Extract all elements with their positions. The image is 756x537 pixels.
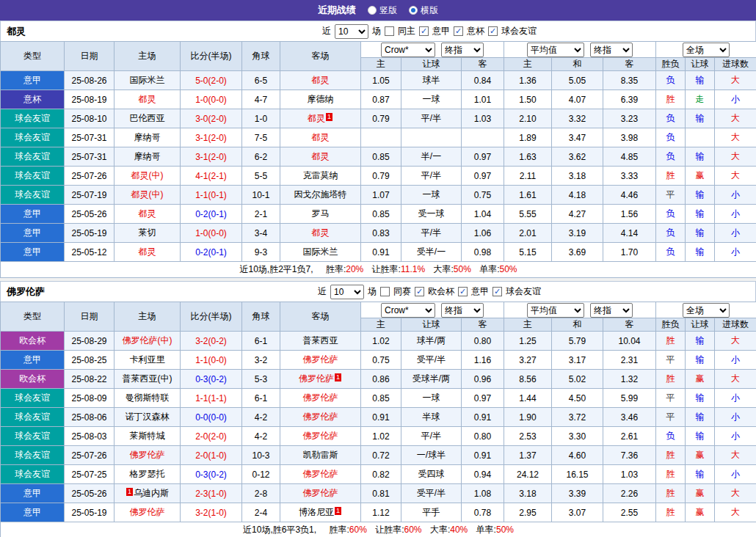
team-name-link[interactable]: 国际米兰: [303, 246, 338, 257]
result-goals: 小: [715, 224, 756, 243]
average-source-select[interactable]: 平均值: [527, 43, 584, 57]
league-checkbox-2[interactable]: [493, 287, 502, 296]
layout-radio-horizontal[interactable]: 横版: [409, 4, 438, 17]
recent-count-select[interactable]: 10: [330, 285, 364, 299]
crow-home-odds: 0.82: [361, 465, 401, 484]
team-name-link[interactable]: 摩德纳: [308, 94, 334, 104]
team-name-link[interactable]: 乌迪内斯: [134, 488, 169, 498]
avg-away-odds: 1.03: [603, 465, 656, 484]
full-match-select[interactable]: 全场: [683, 303, 730, 318]
team-name-link[interactable]: 佛罗伦萨: [303, 469, 338, 479]
odds-source-select[interactable]: Crow*: [381, 303, 435, 318]
full-match-select[interactable]: 全场: [683, 43, 730, 57]
crow-away-odds: 0.98: [462, 243, 504, 262]
team-name-link[interactable]: 都灵: [308, 113, 325, 123]
layout-radio-vertical[interactable]: 竖版: [368, 4, 397, 17]
team-name-link[interactable]: 摩纳哥: [134, 151, 161, 161]
team-name-link[interactable]: 博洛尼亚: [299, 507, 334, 517]
subcol-crow-home: 主: [361, 58, 401, 71]
team-name-link[interactable]: 都灵: [139, 246, 156, 257]
same-competition-checkbox[interactable]: [380, 287, 390, 296]
team-name-link[interactable]: 佛罗伦萨(中): [123, 335, 172, 346]
team-name-link[interactable]: 佛罗伦萨: [299, 373, 334, 384]
page-title: 近期战绩: [318, 4, 356, 17]
team-name-link[interactable]: 普莱西亚: [303, 335, 338, 346]
avg-draw-odds: 5.02: [552, 370, 603, 389]
team-name-link[interactable]: 佛罗伦萨: [130, 507, 165, 517]
team-name-link[interactable]: 佛罗伦萨: [303, 354, 338, 365]
team-name-link[interactable]: 莱斯特城: [130, 431, 165, 441]
team-name-link[interactable]: 巴伦西亚: [130, 113, 165, 123]
team-name-link[interactable]: 普莱西亚(中): [123, 373, 172, 384]
match-date: 25-08-03: [65, 427, 115, 446]
away-team: 都灵: [280, 128, 361, 147]
average-time-select[interactable]: 终指: [590, 303, 633, 318]
team-name-link[interactable]: 格罗瑟托: [130, 469, 165, 479]
result-handicap: 输: [686, 332, 715, 351]
league-checkbox-1[interactable]: [458, 287, 468, 296]
team-name-link[interactable]: 都灵(中): [131, 189, 164, 200]
team-name-link[interactable]: 佛罗伦萨: [303, 488, 338, 498]
avg-home-odds: 1.90: [504, 408, 552, 427]
col-header-type: 类型: [1, 42, 65, 71]
team-name-link[interactable]: 都灵: [139, 94, 156, 104]
team-name-link[interactable]: 曼彻斯特联: [126, 392, 170, 403]
crow-handicap-line: 平手: [401, 503, 462, 522]
crow-home-odds: 0.85: [361, 389, 401, 408]
league-checkbox-1[interactable]: [454, 26, 463, 36]
team-name-link[interactable]: 都灵: [312, 227, 330, 238]
team-name-link[interactable]: 凯勒雷斯: [303, 450, 338, 460]
same-home-checkbox[interactable]: [385, 26, 394, 36]
team-name-link[interactable]: 都灵: [312, 151, 330, 161]
league-checkbox-0[interactable]: [415, 287, 424, 296]
crow-home-odds: 0.91: [361, 408, 401, 427]
result-goals: 大: [715, 503, 756, 522]
team-name-link[interactable]: 都灵: [139, 208, 156, 219]
odds-source-select[interactable]: Crow*: [381, 43, 435, 57]
home-team: 都灵: [115, 243, 181, 262]
away-team: 佛罗伦萨: [280, 351, 361, 370]
team-name-link[interactable]: 佛罗伦萨: [303, 392, 338, 403]
league-checkbox-label: 意杯: [467, 25, 484, 37]
result-win-loss: 胜: [656, 484, 686, 503]
team-name-link[interactable]: 因戈尔施塔特: [294, 189, 347, 200]
team-name-link[interactable]: 卡利亚里: [130, 354, 165, 365]
odds-time-select[interactable]: 终指: [441, 43, 484, 57]
team-name-link[interactable]: 国际米兰: [130, 75, 165, 85]
team-name-link[interactable]: 罗马: [312, 208, 330, 219]
league-checkbox-0[interactable]: [419, 26, 429, 36]
match-score: 2-0(2-0): [181, 427, 242, 446]
red-card-badge: 1: [326, 113, 332, 121]
stat-label: 胜率:: [326, 264, 346, 274]
crow-home-odds: 0.85: [361, 147, 401, 167]
league-checkbox-2[interactable]: [488, 26, 498, 36]
average-source-select[interactable]: 平均值: [527, 303, 584, 318]
corner-count: 2-1: [242, 205, 280, 224]
team-name-link[interactable]: 都灵: [312, 75, 330, 85]
team-name-link[interactable]: 克雷莫纳: [303, 170, 338, 180]
team-name-link[interactable]: 莱切: [139, 227, 156, 238]
team-name-link[interactable]: 都灵(中): [131, 170, 164, 180]
team-name-link[interactable]: 佛罗伦萨: [130, 450, 165, 460]
result-handicap: 输: [686, 109, 715, 128]
team-name-link[interactable]: 摩纳哥: [134, 132, 161, 142]
match-score: 1-1(0-1): [181, 186, 242, 205]
match-row: 球会友谊25-07-26都灵(中)4-1(2-1)5-5克雷莫纳0.79平/半0…: [1, 167, 756, 186]
match-row: 意杯25-08-19都灵1-0(0-0)4-7摩德纳0.87一球1.011.50…: [1, 90, 756, 109]
away-team: 都灵: [280, 71, 361, 90]
team-name-link[interactable]: 诺丁汉森林: [126, 412, 170, 422]
team-name-link[interactable]: 佛罗伦萨: [303, 412, 338, 422]
league-checkbox-label: 意甲: [432, 25, 450, 37]
result-win-loss: 负: [656, 71, 686, 90]
match-date: 25-08-09: [65, 389, 115, 408]
recent-count-select[interactable]: 10: [335, 24, 368, 39]
odds-time-select[interactable]: 终指: [441, 303, 484, 318]
team-name-link[interactable]: 佛罗伦萨: [303, 431, 338, 441]
match-score: 0-2(0-1): [181, 205, 242, 224]
team-name-link[interactable]: 都灵: [312, 132, 330, 142]
league-type-badge: 意甲: [1, 71, 65, 90]
crow-handicap-line: 半球: [401, 408, 462, 427]
average-time-select[interactable]: 终指: [590, 43, 633, 57]
crow-away-odds: 1.04: [462, 205, 504, 224]
subcol-handicap: 让球: [401, 58, 462, 71]
